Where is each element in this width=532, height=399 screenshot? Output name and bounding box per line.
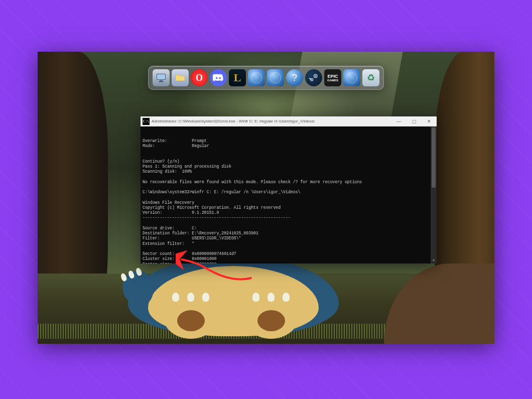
svg-point-4 xyxy=(309,73,319,83)
cmd-app-icon: C:\ xyxy=(143,118,150,125)
epic-line1: EPIC xyxy=(327,74,338,79)
league-glyph: L xyxy=(234,71,241,84)
cmd-terminal-body[interactable]: Overwrite: Prompt Mode: Regular Continue… xyxy=(141,126,437,263)
cmd-window-title: Administrador: C:\Windows\System32\cmd.e… xyxy=(152,119,391,123)
close-button[interactable]: ✕ xyxy=(422,116,437,126)
explorer-icon[interactable] xyxy=(172,69,189,86)
opera-glyph: O xyxy=(196,73,203,83)
discord-logo-icon xyxy=(213,72,224,83)
cmd-output-text: Overwrite: Prompt Mode: Regular Continue… xyxy=(143,139,435,264)
svg-point-6 xyxy=(315,75,316,77)
monitor-icon xyxy=(155,72,167,84)
browser-icon-2[interactable] xyxy=(267,69,284,86)
cmd-scrollbar[interactable]: ▲ ▼ xyxy=(431,126,437,263)
app-dock: O L ? EPIC GAMES ♻ xyxy=(148,66,384,90)
folder-icon xyxy=(174,72,186,84)
discord-icon[interactable] xyxy=(210,69,227,86)
league-icon[interactable]: L xyxy=(229,69,246,86)
opera-icon[interactable]: O xyxy=(191,69,208,86)
desktop-screenshot: O L ? EPIC GAMES ♻ C:\ Administrador: C:… xyxy=(38,52,494,344)
svg-rect-2 xyxy=(160,80,163,81)
help-icon[interactable]: ? xyxy=(286,69,303,86)
trash-icon[interactable]: ♻ xyxy=(362,69,379,86)
recycle-glyph: ♻ xyxy=(367,72,375,83)
cmd-window: C:\ Administrador: C:\Windows\System32\c… xyxy=(141,116,437,263)
svg-rect-3 xyxy=(159,81,164,82)
maximize-button[interactable]: ▢ xyxy=(407,116,422,126)
scrollbar-thumb[interactable] xyxy=(432,127,436,188)
epic-icon[interactable]: EPIC GAMES xyxy=(324,69,341,86)
svg-rect-1 xyxy=(157,74,165,79)
browser-icon-1[interactable] xyxy=(248,69,265,86)
help-glyph: ? xyxy=(292,73,297,83)
steam-logo-icon xyxy=(308,72,319,83)
scrollbar-down-arrow[interactable]: ▼ xyxy=(431,257,437,263)
cmd-titlebar[interactable]: C:\ Administrador: C:\Windows\System32\c… xyxy=(141,116,437,126)
steam-icon[interactable] xyxy=(305,69,322,86)
computer-icon[interactable] xyxy=(153,69,170,86)
browser-icon-3[interactable] xyxy=(343,69,360,86)
epic-line2: GAMES xyxy=(327,79,338,82)
minimize-button[interactable]: — xyxy=(391,116,407,126)
